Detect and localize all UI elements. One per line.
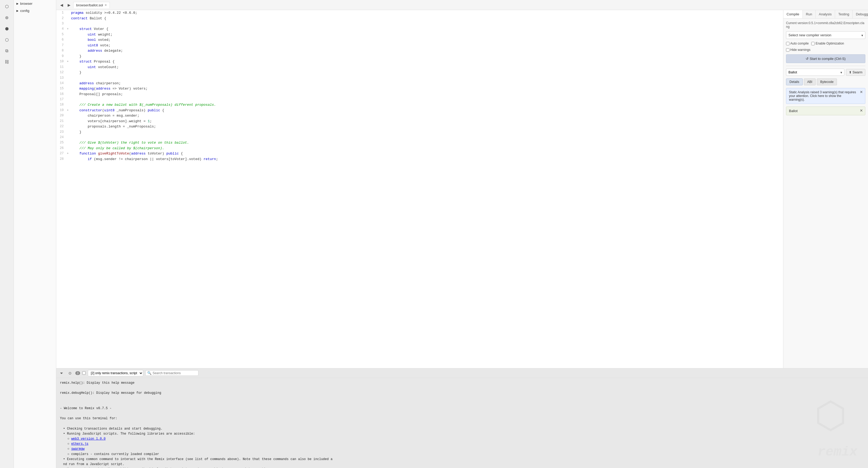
sidebar-item-browser[interactable]: ▶ browser bbox=[14, 0, 56, 7]
code-lines: 1 pragma solidity >=0.4.22 <0.6.0; 2 con… bbox=[56, 10, 783, 162]
terminal-line bbox=[60, 396, 864, 401]
detail-tabs-row: Details ABI Bytecode bbox=[786, 78, 865, 85]
compiler-select[interactable]: Select new compiler version bbox=[786, 31, 865, 39]
contract-select-wrapper: Ballot ▾ bbox=[786, 69, 844, 76]
web3-link[interactable]: web3 version 1.0.0 bbox=[71, 437, 105, 441]
clock-icon[interactable]: ⊙ bbox=[67, 370, 73, 376]
tab-bytecode[interactable]: Bytecode bbox=[817, 78, 837, 85]
tab-compile[interactable]: Compile bbox=[783, 10, 803, 18]
github2-icon[interactable]: ⬡ bbox=[3, 35, 11, 44]
editor-bottom: ◀ ▶ browser/ballot.sol ✕ 1 pragma solidi… bbox=[56, 0, 868, 468]
current-version: Current version:0.5.1+commit.c8a2cb62.Em… bbox=[786, 21, 865, 29]
git-icon[interactable]: ⊛ bbox=[3, 13, 11, 22]
right-panel: Compile Run Analysis Testing Debugger Se… bbox=[783, 10, 868, 368]
terminal-line bbox=[60, 401, 864, 406]
hide-warnings-checkbox[interactable] bbox=[786, 48, 789, 52]
tab-debugger[interactable]: Debugger bbox=[852, 10, 868, 18]
arrow-icon: ▶ bbox=[17, 9, 19, 12]
enable-optimization-checkbox[interactable] bbox=[811, 42, 815, 45]
contract-row: Ballot ▾ ⬆ Swarm bbox=[786, 69, 865, 76]
hide-warnings-label[interactable]: Hide warnings bbox=[786, 48, 810, 52]
github-icon[interactable]: ⬢ bbox=[3, 24, 11, 33]
down-icon[interactable]: ⏷ bbox=[58, 370, 65, 376]
compile-button[interactable]: ↺ Start to compile (Ctrl-S) bbox=[786, 54, 865, 63]
sidebar-item-config[interactable]: ▶ config bbox=[14, 7, 56, 14]
editor-and-right: 1 pragma solidity >=0.4.22 <0.6.0; 2 con… bbox=[56, 10, 868, 368]
search-icon: 🔍 bbox=[147, 371, 152, 375]
terminal-line: • Use exports/.register(key, obj)/.remov… bbox=[63, 467, 864, 468]
ethers-link[interactable]: ethers.js bbox=[71, 442, 88, 446]
code-line: 10 + struct Proposal { bbox=[56, 59, 783, 64]
auto-compile-text: Auto compile bbox=[790, 42, 809, 45]
warning-text: Static Analysis raised 3 warning(s) that… bbox=[789, 90, 856, 101]
terminal-line: - Welcome to Remix v0.7.5 - bbox=[60, 406, 864, 411]
terminal-line bbox=[60, 386, 864, 391]
terminal-line: You can use this terminal for: bbox=[60, 416, 864, 421]
sidebar-item-label: browser bbox=[20, 2, 32, 6]
sidebar-item-label: config bbox=[20, 9, 29, 13]
terminal-line bbox=[60, 411, 864, 416]
checkboxes-row: Auto compile Enable Optimization Hide wa… bbox=[786, 42, 865, 52]
plugin-icon[interactable]: ⧉ bbox=[3, 47, 11, 55]
code-line: 18 /// Create a new ballot with $(_numPr… bbox=[56, 102, 783, 108]
tx-checkbox[interactable] bbox=[82, 371, 86, 375]
file-tree: ▶ browser ▶ config bbox=[14, 0, 56, 468]
contract-select[interactable]: Ballot bbox=[786, 69, 844, 76]
warning-banner[interactable]: Static Analysis raised 3 warning(s) that… bbox=[786, 88, 865, 104]
code-line: 14 address chairperson; bbox=[56, 80, 783, 86]
terminal-line: remix.help(): Display this help message bbox=[60, 380, 864, 386]
topbar: ◀ ▶ browser/ballot.sol ✕ bbox=[56, 0, 868, 10]
code-line: 23 } bbox=[56, 129, 783, 135]
terminal-line: • Checking transactions details and star… bbox=[63, 426, 864, 431]
terminal-line: • Running JavaScript scripts. The follow… bbox=[63, 431, 864, 436]
tx-search-input[interactable] bbox=[153, 371, 196, 375]
code-line: 7 uint8 vote; bbox=[56, 43, 783, 48]
hide-warnings-text: Hide warnings bbox=[790, 48, 810, 52]
code-line: 8 address delegate; bbox=[56, 48, 783, 54]
tab-details[interactable]: Details bbox=[786, 78, 803, 85]
code-line: 27 + function giveRightToVote(address to… bbox=[56, 151, 783, 156]
terminal[interactable]: ⬡ remix remix.help(): Display this help … bbox=[56, 378, 868, 468]
editor-tab[interactable]: browser/ballot.sol ✕ bbox=[73, 2, 110, 8]
auto-compile-label[interactable]: Auto compile bbox=[786, 42, 809, 45]
compiled-contract-label: Ballot bbox=[789, 109, 798, 113]
code-line: 25 /// Give $(toVoter) the right to vote… bbox=[56, 140, 783, 145]
tab-testing[interactable]: Testing bbox=[835, 10, 852, 18]
auto-compile-checkbox[interactable] bbox=[786, 42, 789, 45]
code-line: 16 Proposal[] proposals; bbox=[56, 92, 783, 97]
bottom-area: ⏷ ⊙ 0 [2] only remix transactions, scrip… bbox=[56, 368, 868, 468]
link-icon[interactable]: ⛓ bbox=[3, 58, 11, 66]
enable-optimization-label[interactable]: Enable Optimization bbox=[811, 42, 844, 45]
right-nav: Compile Run Analysis Testing Debugger Se… bbox=[783, 10, 868, 19]
terminal-line: ○ swarmgw bbox=[67, 446, 864, 452]
tx-filter-select[interactable]: [2] only remix transactions, script bbox=[88, 370, 143, 376]
swarm-button[interactable]: ⬆ Swarm bbox=[846, 69, 865, 76]
tab-label: browser/ballot.sol bbox=[76, 3, 103, 7]
tx-badge: 0 bbox=[75, 371, 80, 375]
close-icon[interactable]: ✕ bbox=[104, 3, 107, 7]
swarmgw-link[interactable]: swarmgw bbox=[71, 447, 84, 451]
terminal-line: remix.debugHelp(): Display help message … bbox=[60, 391, 864, 396]
code-line: 24 bbox=[56, 135, 783, 140]
sidebar: ⬡ ⊛ ⬢ ⬡ ⧉ ⛓ bbox=[0, 0, 14, 468]
close-icon[interactable]: ✕ bbox=[860, 108, 863, 113]
code-editor[interactable]: 1 pragma solidity >=0.4.22 <0.6.0; 2 con… bbox=[56, 10, 783, 368]
code-line: 15 mapping(address => Voter) voters; bbox=[56, 86, 783, 92]
terminal-line: ○ compilers - contains currently loaded … bbox=[67, 452, 864, 457]
terminal-line: • Executing common command to interact w… bbox=[63, 457, 864, 467]
divider bbox=[786, 66, 865, 66]
terminal-line: ○ web3 version 1.0.0 bbox=[67, 436, 864, 441]
tab-abi[interactable]: ABI bbox=[804, 78, 816, 85]
terminal-line bbox=[60, 421, 864, 426]
close-icon[interactable]: ✕ bbox=[860, 90, 863, 94]
enable-optimization-text: Enable Optimization bbox=[815, 42, 844, 45]
tab-run[interactable]: Run bbox=[803, 10, 816, 18]
files-icon[interactable]: ⬡ bbox=[3, 2, 11, 10]
back-button[interactable]: ◀ bbox=[58, 2, 65, 8]
code-line: 4 + struct Voter { bbox=[56, 26, 783, 32]
code-line: 21 voters[chairperson].weight = 1; bbox=[56, 119, 783, 124]
code-line: 5 uint weight; bbox=[56, 32, 783, 37]
forward-button[interactable]: ▶ bbox=[66, 2, 72, 8]
tab-analysis[interactable]: Analysis bbox=[816, 10, 835, 18]
code-line: 17 bbox=[56, 97, 783, 102]
